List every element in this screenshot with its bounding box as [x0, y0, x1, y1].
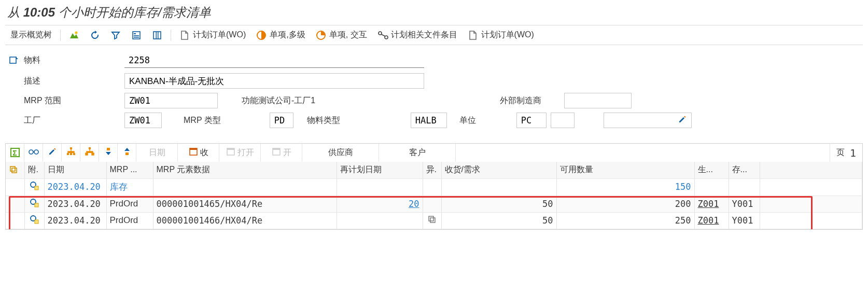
- col-ship[interactable]: 生...: [694, 162, 729, 178]
- cell-element-data: [153, 178, 337, 196]
- row-selector[interactable]: [6, 178, 24, 196]
- cell-qty: 50: [441, 212, 556, 229]
- cell-stor: [729, 178, 760, 196]
- sigma-icon: Σ: [10, 148, 20, 157]
- svg-rect-39: [429, 216, 433, 221]
- cell-ship[interactable]: Z001: [694, 212, 729, 229]
- cell-element-data: 000001001465/HX04/Re: [153, 196, 337, 212]
- refresh-icon-button[interactable]: [86, 28, 104, 43]
- gr-button[interactable]: 收: [178, 144, 219, 161]
- mountain-chart-icon: [69, 30, 79, 40]
- edit-toggle-button[interactable]: [604, 113, 692, 128]
- document-icon: [468, 30, 478, 40]
- on-label: 开: [283, 147, 291, 158]
- table-row[interactable]: 2023.04.20库存150: [6, 178, 862, 196]
- svg-rect-6: [153, 32, 161, 39]
- description-field: [124, 73, 424, 89]
- filter-icon-button[interactable]: [106, 28, 125, 43]
- ext-mfr-field: [564, 93, 632, 108]
- cell-exception: [423, 178, 441, 196]
- cell-exception: [423, 196, 441, 212]
- col-date[interactable]: 日期: [44, 162, 106, 178]
- single-interactive-button[interactable]: 单项, 交互: [312, 28, 371, 43]
- planned-order-label: 计划订单(WO): [193, 30, 246, 40]
- svg-rect-38: [35, 220, 38, 224]
- match-help-icon[interactable]: [8, 54, 20, 66]
- cell-ship[interactable]: Z001: [694, 196, 729, 212]
- title-prefix: 从: [7, 5, 23, 19]
- cell-tail: [760, 196, 862, 212]
- row-detail-icon[interactable]: [24, 212, 44, 229]
- vendor-button[interactable]: 供应商: [302, 144, 379, 161]
- row-detail-icon[interactable]: [24, 178, 44, 196]
- date-label: 日期: [149, 147, 165, 158]
- svg-rect-22: [92, 153, 94, 155]
- cell-element-data: 000001001466/HX04/Re: [153, 212, 337, 229]
- chart-icon-button[interactable]: [65, 28, 83, 43]
- plant-field: [124, 113, 162, 128]
- triangle-up-icon: [123, 147, 131, 158]
- uom-field: [516, 113, 547, 128]
- svg-rect-34: [35, 186, 38, 190]
- gr-label: 收: [200, 147, 208, 158]
- mrp-area-field: [124, 93, 218, 108]
- material-input[interactable]: [124, 52, 424, 68]
- calendar-on-icon: [272, 147, 281, 158]
- date-button[interactable]: 日期: [136, 144, 178, 161]
- single-multi-button[interactable]: 单项,多级: [252, 28, 309, 43]
- svg-rect-20: [89, 147, 91, 149]
- svg-rect-18: [70, 153, 72, 155]
- tree-1-button[interactable]: [62, 144, 80, 161]
- pencil-icon: [678, 115, 687, 127]
- svg-rect-28: [227, 148, 234, 150]
- open-label: 打开: [237, 147, 254, 158]
- atp-icon-button[interactable]: [148, 28, 166, 43]
- on-button[interactable]: 开: [261, 144, 302, 161]
- planned-order-button-1[interactable]: 计划订单(WO): [175, 28, 250, 43]
- svg-rect-19: [73, 153, 75, 155]
- separator: [60, 30, 61, 41]
- pegging-button[interactable]: 计划相关文件条目: [373, 28, 461, 43]
- col-replan-date[interactable]: 再计划日期: [337, 162, 423, 178]
- app-toolbar: 显示概览树 计划订单(WO) 单项,多级: [5, 25, 863, 45]
- cell-mrp-element: PrdOrd: [106, 212, 153, 229]
- planned-order-button-2[interactable]: 计划订单(WO): [464, 28, 538, 43]
- triangle-down-icon: [104, 147, 113, 158]
- cell-date: 2023.04.20: [44, 178, 106, 196]
- table-row[interactable]: 2023.04.20PrdOrd000001001465/HX04/Re2050…: [6, 196, 862, 212]
- cell-exception[interactable]: [423, 212, 441, 229]
- plant-label: 工厂: [24, 115, 40, 126]
- toolbar-spacer: [456, 144, 830, 162]
- cell-stor: Y001: [729, 196, 760, 212]
- col-mrp-element[interactable]: MRP ...: [106, 162, 153, 178]
- cell-date: 2023.04.20: [44, 196, 106, 212]
- glasses-button[interactable]: [24, 144, 43, 161]
- node-up-button[interactable]: [118, 144, 136, 161]
- col-avail[interactable]: 可用数量: [556, 162, 694, 178]
- show-overview-tree-button[interactable]: 显示概览树: [6, 28, 56, 43]
- title-suffix: 个小时开始的库存/需求清单: [55, 5, 211, 19]
- col-stor[interactable]: 存...: [729, 162, 760, 178]
- sum-button[interactable]: Σ: [6, 144, 24, 161]
- row-selector[interactable]: [6, 212, 24, 229]
- svg-rect-23: [107, 148, 110, 150]
- svg-rect-4: [134, 35, 139, 36]
- single-multi-label: 单项,多级: [270, 30, 305, 40]
- tree-2-button[interactable]: [80, 144, 99, 161]
- select-all-header[interactable]: [6, 162, 24, 178]
- table-row[interactable]: 2023.04.20PrdOrd000001001466/HX04/Re5025…: [6, 212, 862, 229]
- col-attach[interactable]: 附.: [24, 162, 44, 178]
- cell-replan[interactable]: 20: [337, 196, 423, 212]
- col-exception[interactable]: 异.: [423, 162, 441, 178]
- details-icon-button[interactable]: [127, 28, 146, 43]
- svg-rect-36: [35, 203, 38, 207]
- customer-button[interactable]: 客户: [379, 144, 456, 161]
- col-qty[interactable]: 收货/需求: [441, 162, 556, 178]
- row-selector[interactable]: [6, 196, 24, 212]
- cell-ship: [694, 178, 729, 196]
- node-down-button[interactable]: [99, 144, 118, 161]
- open-button[interactable]: 打开: [219, 144, 261, 161]
- pencil-button[interactable]: [43, 144, 62, 161]
- col-element-data[interactable]: MRP 元素数据: [153, 162, 337, 178]
- row-detail-icon[interactable]: [24, 196, 44, 212]
